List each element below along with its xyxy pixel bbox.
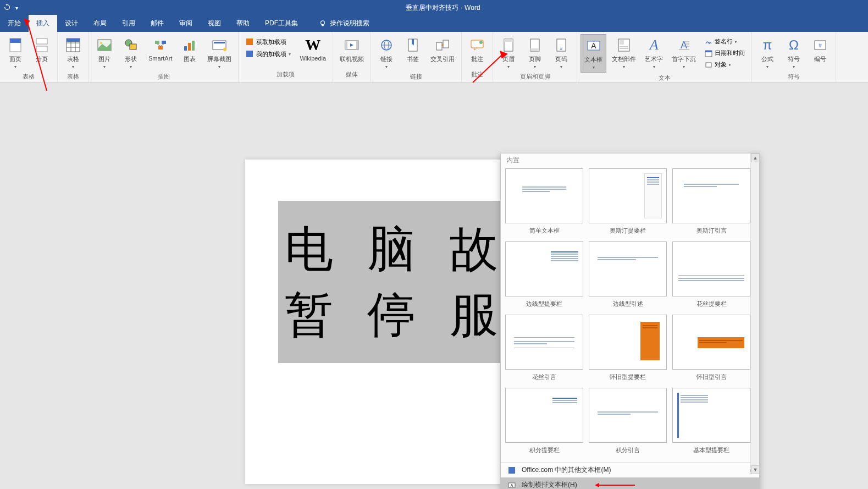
scroll-up-icon[interactable]: ▲ (751, 153, 760, 162)
menu-draw-horizontal[interactable]: A绘制横排文本框(H) (501, 477, 759, 489)
scroll-down-icon[interactable]: ▼ (751, 465, 760, 474)
svg-rect-35 (443, 40, 449, 48)
workspace: 电 脑 故 障 暂 停 服 务 内置 ▲ ▼ 简单文本框 奥斯汀提要栏 奥斯汀引… (0, 83, 868, 489)
table-button[interactable]: 表格▾ (61, 34, 85, 72)
tell-me-search[interactable]: 操作说明搜索 (312, 15, 376, 32)
get-addins-button[interactable]: 获取加载项 (242, 36, 294, 47)
number-button[interactable]: #编号 (808, 34, 832, 65)
ribbon: 面页▾ 分页 表格 表格▾ 表格 图片▾ 形状▾ SmartArt 图表 屏幕截… (0, 32, 868, 83)
gallery-thumb-integral-sidebar[interactable] (505, 388, 583, 443)
tab-mailings[interactable]: 邮件 (143, 15, 172, 32)
title-bar: ▾ 垂直居中对齐技巧 - Word (0, 0, 868, 15)
tab-pdf[interactable]: PDF工具集 (257, 15, 306, 32)
svg-rect-57 (706, 63, 711, 67)
gallery-thumb-sideline-quote[interactable] (589, 241, 667, 296)
svg-rect-39 (504, 39, 513, 42)
tab-references[interactable]: 引用 (114, 15, 143, 32)
svg-line-60 (27, 22, 47, 91)
svg-rect-20 (188, 43, 191, 51)
window-title: 垂直居中对齐技巧 - Word (18, 3, 868, 13)
tab-layout[interactable]: 布局 (86, 15, 114, 32)
online-video-button[interactable]: 联机视频 (336, 34, 367, 65)
dropcap-button[interactable]: A首字下沉▾ (668, 34, 699, 72)
svg-rect-41 (530, 48, 539, 51)
svg-text:#: # (819, 42, 822, 48)
svg-rect-1 (322, 24, 324, 26)
gallery-scrollbar[interactable]: ▲ ▼ (750, 153, 759, 474)
my-addins-button[interactable]: 我的加载项▾ (242, 48, 294, 59)
svg-rect-56 (705, 51, 712, 52)
gallery-thumb-filigree-sidebar[interactable] (672, 241, 750, 296)
bulb-icon (319, 20, 327, 28)
bookmark-button[interactable]: 书签 (401, 34, 425, 65)
svg-rect-29 (356, 41, 358, 50)
tab-help[interactable]: 帮助 (229, 15, 257, 32)
group-table: 表格▾ 表格 (58, 32, 89, 82)
ribbon-tabs: 开始 插入 设计 布局 引用 邮件 审阅 视图 帮助 PDF工具集 操作说明搜索 (0, 15, 868, 32)
svg-rect-26 (246, 51, 253, 57)
group-links: 链接▾ 书签 交叉引用 链接 (371, 32, 462, 82)
gallery-thumb-integral-quote[interactable] (589, 388, 667, 443)
gallery-thumb-basic-sidebar[interactable] (672, 388, 750, 443)
gallery-thumb-austin-quote[interactable] (672, 168, 750, 223)
svg-rect-19 (184, 46, 187, 51)
svg-point-13 (100, 42, 102, 44)
gallery-thumb-retro-quote[interactable] (672, 315, 750, 370)
gallery-thumb-filigree-quote[interactable] (505, 315, 583, 370)
quickparts-button[interactable]: 文档部件▾ (609, 34, 639, 72)
textbox-button[interactable]: A文本框▾ (580, 34, 606, 73)
menu-office-textboxes[interactable]: Office.com 中的其他文本框(M)▸ (501, 463, 759, 477)
group-media: 联机视频 媒体 (333, 32, 371, 82)
gallery-thumb-retro-sidebar[interactable] (589, 315, 667, 370)
pagenum-button[interactable]: #页码▾ (549, 34, 573, 72)
annotation-arrow-2 (470, 50, 508, 88)
svg-marker-61 (24, 19, 30, 25)
gallery-thumb-sideline-sidebar[interactable] (505, 241, 583, 296)
svg-text:A: A (591, 41, 596, 50)
svg-rect-3 (10, 39, 21, 43)
svg-marker-63 (500, 51, 507, 58)
undo-icon[interactable] (3, 3, 11, 13)
gallery-header: 内置 (501, 153, 759, 167)
annotation-arrow-1 (22, 17, 49, 94)
svg-text:A: A (511, 483, 513, 487)
svg-rect-17 (162, 41, 166, 44)
annotation-arrow-4 (594, 482, 638, 488)
group-illustrations: 图片▾ 形状▾ SmartArt 图表 屏幕截图▾ 插图 (89, 32, 239, 82)
textbox-gallery-dropdown: 内置 ▲ ▼ 简单文本框 奥斯汀提要栏 奥斯汀引言 边线型提要栏 边线型引述 花… (500, 153, 760, 489)
svg-rect-47 (620, 40, 624, 45)
office-icon (507, 466, 516, 475)
pictures-button[interactable]: 图片▾ (92, 34, 117, 72)
svg-point-37 (479, 41, 483, 44)
footer-button[interactable]: 页脚▾ (523, 34, 547, 72)
group-symbols: π公式▾ Ω符号▾ #编号 符号 (752, 32, 836, 82)
datetime-button[interactable]: 日期和时间 (701, 48, 748, 58)
svg-marker-70 (595, 483, 599, 487)
svg-rect-25 (246, 39, 253, 45)
chart-button[interactable]: 图表 (178, 34, 202, 65)
crossref-button[interactable]: 交叉引用 (427, 34, 458, 65)
tab-design[interactable]: 设计 (57, 15, 86, 32)
svg-rect-21 (192, 41, 195, 51)
svg-text:#: # (560, 46, 563, 51)
svg-rect-34 (436, 42, 442, 50)
tab-review[interactable]: 审阅 (172, 15, 200, 32)
equation-button[interactable]: π公式▾ (755, 34, 779, 72)
shapes-button[interactable]: 形状▾ (119, 34, 143, 72)
object-button[interactable]: 对象▸ (701, 59, 748, 70)
signature-button[interactable]: 签名行▸ (701, 36, 748, 47)
screenshot-button[interactable]: 屏幕截图▾ (204, 34, 235, 72)
symbol-button[interactable]: Ω符号▾ (782, 34, 806, 72)
svg-point-24 (223, 48, 226, 51)
smartart-button[interactable]: SmartArt (145, 34, 175, 64)
wordart-button[interactable]: A艺术字▾ (642, 34, 666, 72)
svg-rect-23 (214, 42, 225, 43)
tab-view[interactable]: 视图 (200, 15, 229, 32)
svg-line-62 (473, 54, 503, 83)
gallery-thumb-austin-sidebar[interactable] (589, 168, 667, 223)
gallery-thumb-simple[interactable] (505, 168, 583, 223)
wikipedia-button[interactable]: WWikipedia (296, 34, 329, 64)
group-text: A文本框▾ 文档部件▾ A艺术字▾ A首字下沉▾ 签名行▸ 日期和时间 对象▸ … (577, 32, 752, 82)
svg-rect-28 (345, 41, 347, 50)
link-button[interactable]: 链接▾ (374, 34, 399, 72)
